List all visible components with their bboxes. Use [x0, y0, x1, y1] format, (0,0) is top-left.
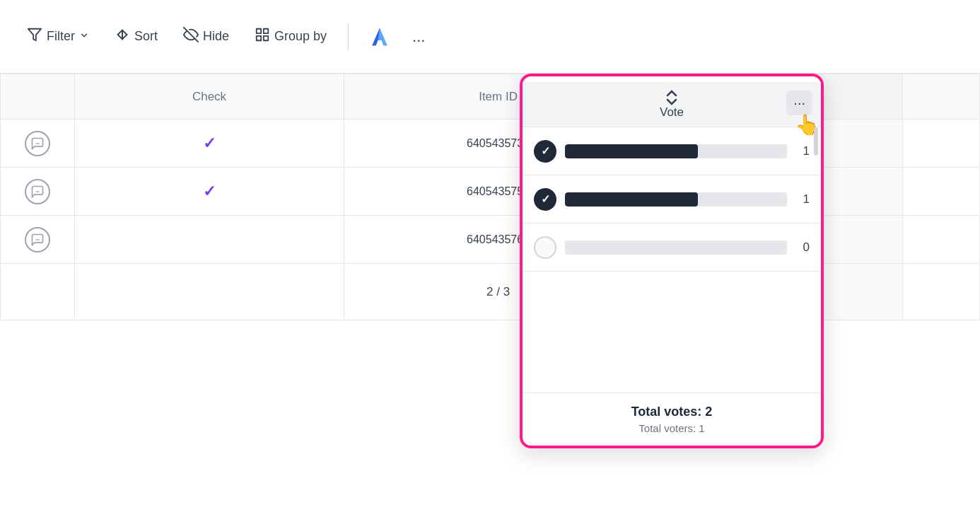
hide-icon	[183, 27, 199, 46]
three-dots-icon: ···	[793, 95, 805, 110]
scrollbar[interactable]	[814, 127, 818, 156]
summary-extra-cell	[903, 264, 980, 320]
extra-cell	[903, 120, 980, 168]
hide-label: Hide	[203, 29, 229, 44]
main-table: Check Item ID Vote ✓	[0, 74, 980, 320]
vote-bar-container-2	[565, 192, 787, 207]
table-row: 6405435761	[1, 216, 980, 264]
check-mark: ✓	[203, 134, 216, 152]
vote-row-2: 1	[523, 175, 821, 223]
total-votes: Total votes: 2	[534, 405, 810, 419]
brand-icon	[367, 24, 392, 50]
vote-row-1: 1	[523, 127, 821, 175]
vote-checkbox-2[interactable]	[534, 188, 556, 211]
table-wrapper: Check Item ID Vote ✓	[0, 74, 980, 529]
vote-column-label: Vote	[660, 105, 684, 120]
vote-bar-fill-2	[565, 192, 698, 207]
comment-icon[interactable]	[25, 131, 50, 156]
vote-card: Vote ··· 👆 1 1	[520, 74, 824, 448]
total-voters: Total voters: 1	[534, 422, 810, 434]
check-cell: ✓	[74, 120, 344, 168]
extra-cell	[903, 168, 980, 216]
filter-label: Filter	[47, 29, 75, 44]
more-options-icon: ...	[412, 28, 425, 45]
brand-button[interactable]	[360, 21, 399, 52]
check-cell: ✓	[74, 168, 344, 216]
vote-count-1: 1	[795, 144, 810, 158]
col-header-comment	[1, 74, 75, 120]
col-header-check: Check	[74, 74, 344, 120]
svg-rect-6	[264, 36, 268, 40]
extra-cell	[903, 216, 980, 264]
svg-marker-0	[28, 29, 41, 41]
vote-checkbox-3[interactable]	[534, 236, 556, 259]
group-by-label: Group by	[274, 29, 327, 44]
vote-bar-container-3	[565, 240, 787, 255]
group-by-button[interactable]: Group by	[245, 21, 337, 52]
col-header-extra	[903, 74, 980, 120]
table-row: ✓ 6405435752	[1, 168, 980, 216]
vote-bar-fill-1	[565, 144, 698, 158]
toolbar: Filter Sort Hide	[0, 0, 980, 74]
vote-more-button[interactable]: ···	[786, 91, 812, 115]
sort-button[interactable]: Sort	[105, 21, 168, 52]
vote-row-3: 0	[523, 223, 821, 272]
vote-checkbox-1[interactable]	[534, 140, 556, 163]
svg-rect-4	[257, 29, 261, 33]
check-mark: ✓	[203, 182, 216, 200]
sort-label: Sort	[134, 29, 158, 44]
check-cell	[74, 216, 344, 264]
vote-count-2: 1	[795, 192, 810, 207]
filter-icon	[27, 27, 42, 46]
comment-cell	[1, 120, 75, 168]
sort-icon	[115, 27, 130, 46]
filter-chevron-icon	[79, 29, 89, 44]
vote-bar-container-1	[565, 144, 787, 158]
vote-rows: 1 1 0	[523, 127, 821, 272]
hide-button[interactable]: Hide	[173, 21, 239, 52]
vote-count-3: 0	[795, 240, 810, 255]
comment-icon[interactable]	[25, 179, 50, 204]
sort-handle[interactable]	[663, 89, 680, 106]
group-by-icon	[255, 27, 270, 46]
comment-cell	[1, 216, 75, 264]
vote-summary: Total votes: 2 Total voters: 1	[523, 393, 821, 446]
svg-rect-7	[257, 36, 261, 40]
summary-comment-cell	[1, 264, 75, 320]
svg-rect-5	[264, 29, 268, 33]
filter-button[interactable]: Filter	[17, 21, 99, 52]
vote-card-header: Vote ··· 👆	[523, 82, 821, 127]
comment-cell	[1, 168, 75, 216]
toolbar-divider	[348, 24, 349, 50]
comment-icon[interactable]	[25, 227, 50, 252]
more-options-button[interactable]: ...	[405, 23, 432, 50]
summary-row: 2 / 3	[1, 264, 980, 320]
table-row: ✓ 6405435738	[1, 120, 980, 168]
summary-check-cell	[74, 264, 344, 320]
